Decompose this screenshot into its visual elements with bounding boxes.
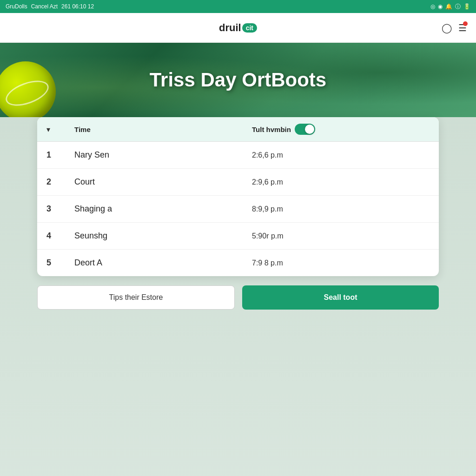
- secondary-button[interactable]: Tips their Estore: [37, 285, 235, 310]
- status-bar: GruDolls Cancel Azt 261 06:10 12 ◎ ◉ 🔔 ⓘ…: [0, 0, 476, 13]
- row-number: 5: [46, 258, 74, 268]
- hero-section: Triss Day OrtBoots: [0, 43, 476, 117]
- row-number: 2: [46, 177, 74, 187]
- row-name: Seunshg: [74, 231, 252, 241]
- wifi-icon: ◉: [438, 3, 443, 10]
- toggle-switch[interactable]: [295, 124, 315, 135]
- sort-column[interactable]: [46, 125, 74, 134]
- row-time: 2:9,6 p.m: [252, 178, 430, 186]
- battery-icon: 🔋: [463, 3, 470, 10]
- row-name: Court: [74, 177, 252, 187]
- toggle-knob: [305, 125, 314, 134]
- row-number: 4: [46, 231, 74, 241]
- table-row: 4 Seunshg 5:90r p.m: [37, 223, 439, 250]
- logo-badge: cit: [242, 23, 257, 33]
- status-time: 261 06:10 12: [61, 3, 94, 10]
- cancel-label: Cancel Azt: [31, 3, 58, 10]
- notification-dot: [463, 21, 468, 26]
- row-number: 1: [46, 150, 74, 160]
- table-row: 2 Court 2:9,6 p.m: [37, 169, 439, 196]
- row-time: 2:6,6 p.m: [252, 151, 430, 159]
- signal-icon: ◎: [430, 3, 435, 10]
- status-bar-right: ◎ ◉ 🔔 ⓘ 🔋: [430, 3, 470, 11]
- primary-button[interactable]: Seall toot: [242, 285, 439, 310]
- row-time: 5:90r p.m: [252, 232, 430, 240]
- time-column-header: Time: [74, 126, 252, 133]
- table-row: 1 Nary Sen 2:6,6 p.m: [37, 142, 439, 169]
- bell-icon: 🔔: [445, 3, 452, 10]
- row-name: Shaging a: [74, 204, 252, 214]
- status-bar-left: GruDolls Cancel Azt 261 06:10 12: [6, 3, 94, 10]
- chevron-down-icon: [46, 125, 50, 134]
- table-header: Time Tult hvmbin: [37, 117, 439, 142]
- logo-text: druil: [219, 22, 241, 34]
- row-time: 7:9 8 p.m: [252, 259, 430, 267]
- header: druil cit ◯ ☰: [0, 13, 476, 43]
- toggle-column-header: Tult hvmbin: [252, 124, 430, 135]
- header-actions: ◯ ☰: [442, 22, 467, 33]
- row-number: 3: [46, 204, 74, 214]
- menu-icon[interactable]: ☰: [458, 22, 467, 33]
- row-time: 8:9,9 p.m: [252, 205, 430, 213]
- row-name: Deort A: [74, 258, 252, 268]
- schedule-table: Time Tult hvmbin 1 Nary Sen 2:6,6 p.m 2 …: [37, 117, 439, 276]
- table-row: 5 Deort A 7:9 8 p.m: [37, 250, 439, 276]
- info-icon: ⓘ: [455, 3, 461, 11]
- table-row: 3 Shaging a 8:9,9 p.m: [37, 196, 439, 223]
- footer-buttons: Tips their Estore Seall toot: [37, 276, 439, 314]
- hero-title: Triss Day OrtBoots: [150, 69, 326, 91]
- app-name: GruDolls: [6, 3, 27, 10]
- main-content: Time Tult hvmbin 1 Nary Sen 2:6,6 p.m 2 …: [0, 117, 476, 476]
- logo: druil cit: [219, 22, 257, 34]
- toggle-label: Tult hvmbin: [252, 126, 291, 133]
- row-name: Nary Sen: [74, 150, 252, 160]
- user-icon[interactable]: ◯: [442, 22, 452, 33]
